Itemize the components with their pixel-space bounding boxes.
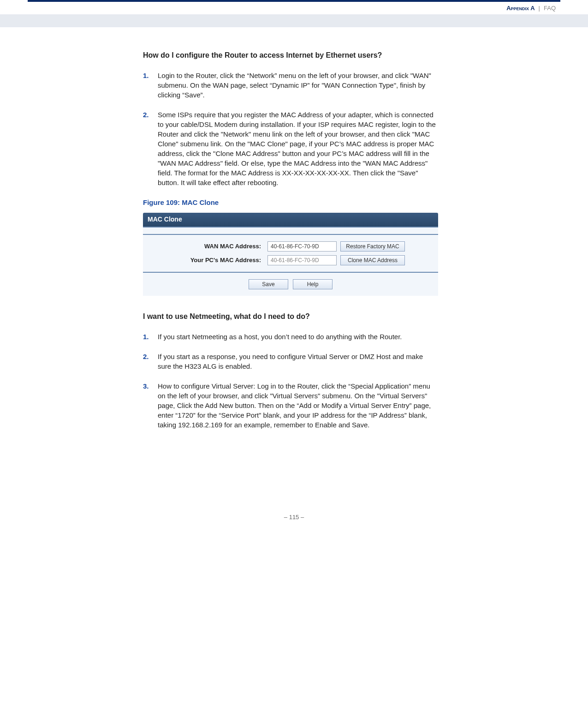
page-header: Appendix A | FAQ — [0, 2, 588, 14]
restore-factory-mac-button[interactable]: Restore Factory MAC — [340, 241, 405, 252]
input-wan-mac[interactable] — [267, 241, 337, 252]
list-body: Login to the Router, click the “Network”… — [158, 71, 438, 100]
list-item: 1. If you start Netmeeting as a host, yo… — [143, 332, 438, 342]
row-wan-mac: WAN MAC Address: Restore Factory MAC — [148, 241, 434, 252]
figure-caption: Figure 109: MAC Clone — [143, 198, 438, 207]
list-body: Some ISPs require that you register the … — [158, 110, 438, 187]
main-content: How do I configure the Router to access … — [143, 50, 438, 430]
list-number: 1. — [143, 71, 158, 100]
save-button[interactable]: Save — [249, 279, 288, 289]
divider — [143, 234, 438, 235]
list-body: If you start as a response, you need to … — [158, 352, 438, 371]
list-item: 2. Some ISPs require that you register t… — [143, 110, 438, 187]
list-number: 2. — [143, 352, 158, 371]
question-heading-1: How do I configure the Router to access … — [143, 50, 438, 60]
question-heading-2: I want to use Netmeeting, what do I need… — [143, 312, 438, 322]
input-pc-mac — [267, 255, 337, 265]
panel-title: MAC Clone — [143, 213, 438, 227]
list-number: 1. — [143, 332, 158, 342]
header-band — [0, 14, 588, 27]
header-section: FAQ — [544, 5, 556, 12]
list-item: 3. How to configure Virtual Server: Log … — [143, 381, 438, 430]
help-button[interactable]: Help — [293, 279, 333, 289]
clone-mac-address-button[interactable]: Clone MAC Address — [340, 255, 405, 265]
list-item: 2. If you start as a response, you need … — [143, 352, 438, 371]
figure-mac-clone: MAC Clone WAN MAC Address: Restore Facto… — [143, 213, 438, 296]
list-number: 3. — [143, 381, 158, 430]
label-pc-mac: Your PC's MAC Address: — [148, 256, 267, 264]
row-pc-mac: Your PC's MAC Address: Clone MAC Address — [148, 255, 434, 265]
panel-body: WAN MAC Address: Restore Factory MAC You… — [143, 227, 438, 296]
list-body: If you start Netmeeting as a host, you d… — [158, 332, 438, 342]
header-separator: | — [539, 5, 540, 12]
header-appendix: Appendix A — [506, 5, 535, 12]
list-item: 1. Login to the Router, click the “Netwo… — [143, 71, 438, 100]
list-number: 2. — [143, 110, 158, 187]
list-body: How to configure Virtual Server: Log in … — [158, 381, 438, 430]
panel-footer: Save Help — [143, 272, 438, 296]
page-number: – 115 – — [0, 440, 588, 534]
label-wan-mac: WAN MAC Address: — [148, 242, 267, 251]
